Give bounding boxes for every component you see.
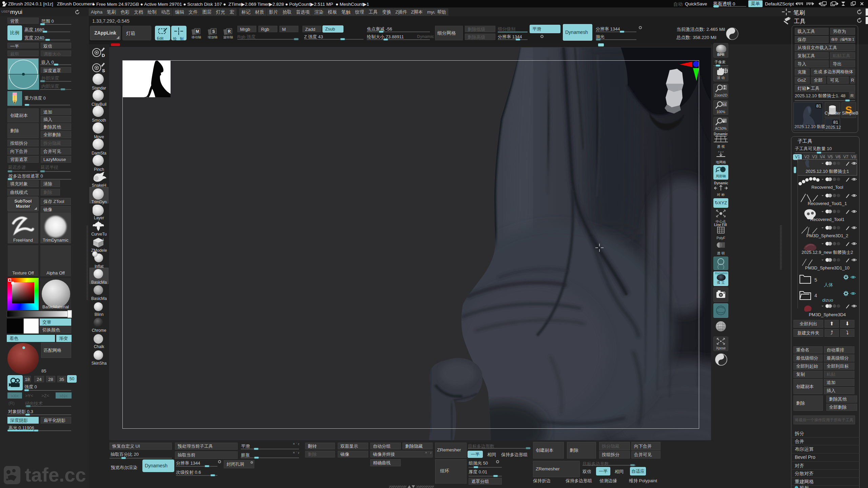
svg-text:D: D: [102, 53, 105, 58]
svg-text:S: S: [212, 29, 215, 34]
svg-text:缩放轴: 缩放轴: [208, 35, 218, 39]
svg-text:M: M: [196, 29, 199, 34]
svg-text:R: R: [228, 29, 231, 34]
svg-text:x1: x1: [723, 103, 726, 106]
svg-text:旋转轴: 旋转轴: [223, 35, 233, 39]
svg-text:移动轴: 移动轴: [192, 35, 201, 39]
svg-text:x y z: x y z: [718, 150, 724, 153]
svg-text:1: 1: [102, 238, 104, 241]
svg-text:S: S: [102, 68, 105, 73]
